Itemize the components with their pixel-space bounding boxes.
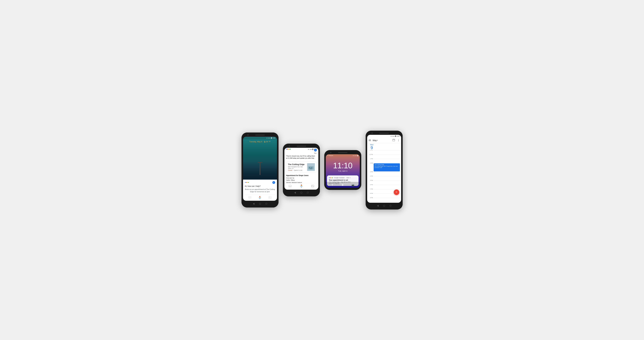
compass-icon: ◎	[273, 182, 274, 183]
lock-date: Tuesday, May 8 🌤 64 °F	[243, 140, 277, 144]
battery-icon4: ▓	[395, 136, 396, 137]
back-button[interactable]	[253, 203, 254, 205]
ga-dot-yellow	[247, 182, 248, 183]
fingerprint-button[interactable]: ◉	[342, 184, 344, 186]
notif-title: Your appointment is set	[329, 179, 357, 181]
time-slot-6pm: 6 PM	[374, 185, 400, 189]
phone3-bottom-bar: 🎙 ◉ 📷	[326, 182, 360, 188]
svg-point-11	[270, 197, 270, 197]
calendar-day-column: Wed 9	[369, 144, 375, 150]
phone4-camera	[372, 132, 373, 134]
wifi-icon: ▲	[266, 137, 268, 139]
hamburger-line3	[369, 141, 371, 141]
camera-button3[interactable]: 📷	[352, 184, 354, 186]
status-opens: Opens 11 AM	[294, 170, 302, 171]
clock-date: TUE, MAY 8	[326, 170, 360, 172]
time-label-1pm: 1 PM	[368, 158, 373, 160]
phone1-status-bar: ▲ ▲▲ ▓ 8:00	[243, 137, 277, 140]
phone3-camera	[330, 152, 331, 153]
notif-app-name: Google Assistant	[334, 177, 344, 178]
phone1-assistant-card: ◎ Hi, how can I help? Book me an appoint…	[243, 180, 277, 201]
phone-2: ▲ ▲▲ ▓ 8:00 ◎ Yes They're closed now, bu…	[283, 144, 320, 196]
phone2-logo-area	[286, 149, 308, 150]
image-icon[interactable]	[269, 196, 272, 199]
time-label-9pm: 9 PM	[368, 197, 373, 198]
calendar-today-icon[interactable]	[392, 139, 395, 142]
calendar-header: May ▾ ⋮	[367, 138, 401, 143]
recents-button4[interactable]	[390, 205, 391, 206]
time-label-4pm: 4 PM	[368, 176, 373, 177]
phone1-wallpaper: Tuesday, May 8 🌤 64 °F	[243, 140, 277, 180]
ga-dot-yellow3	[331, 178, 332, 178]
mic-icon[interactable]	[258, 196, 262, 199]
appointment-title: Appointment for Ginger Jones	[286, 175, 316, 176]
hamburger-menu[interactable]	[369, 140, 371, 141]
business-image	[307, 163, 315, 171]
blue-circle-icon: ◎	[314, 149, 317, 152]
keyboard-icon[interactable]	[248, 196, 251, 199]
battery-icon3: ▓	[357, 155, 358, 156]
notif-header: Google Assistant · now ▾	[329, 177, 357, 178]
phone4-status-bar: ▲ ▲▲ ▓ 8:00	[367, 135, 401, 138]
phone2-mic-bar	[284, 183, 318, 190]
compass-icon2: ◎	[315, 149, 316, 151]
phone2-action-icon[interactable]: ◎	[314, 149, 317, 152]
phone4-nav-bar	[367, 204, 401, 207]
ga-dot-green2	[290, 149, 290, 150]
recents-button2[interactable]	[307, 192, 308, 193]
calendar-event[interactable]: The Cutting Edge The Cutting Edge, 5557 …	[374, 163, 400, 172]
phone1-screen: ▲ ▲▲ ▓ 8:00 Tuesday, May 8 🌤 64 °F	[243, 137, 277, 201]
svg-point-23	[312, 185, 312, 186]
phone4-status-icons: ▲ ▲▲ ▓ 8:00	[390, 136, 400, 137]
month-dropdown-icon[interactable]: ▾	[377, 140, 378, 141]
home-button[interactable]	[259, 203, 261, 205]
phone1-assistant-header: ◎	[245, 181, 275, 184]
response-text: They're closed now, but I'll try calling…	[286, 155, 316, 159]
svg-rect-16	[310, 168, 312, 170]
recents-button[interactable]	[266, 203, 267, 204]
hamburger-line1	[369, 140, 371, 140]
time-slot-4pm: 4 PM	[374, 176, 400, 180]
calendar-month: May ▾	[373, 139, 391, 142]
assistant-query-text: Book me an appointment at The Cutting Ed…	[245, 188, 275, 193]
mic-icon2[interactable]	[300, 184, 302, 188]
assistant-action-icon[interactable]: ◎	[272, 181, 275, 184]
clock-display: 11:10 TUE, MAY 8	[326, 157, 360, 174]
phone1-status-icons: ▲ ▲▲ ▓ 8:00	[266, 137, 275, 139]
back-button2[interactable]	[294, 192, 296, 194]
home-button2[interactable]	[300, 192, 302, 194]
wifi-icon4: ▲	[390, 136, 392, 137]
business-status: Closed · Opens 11 AM	[288, 170, 306, 171]
calendar-more-icon[interactable]: ⋮	[398, 139, 400, 142]
time-label-12pm: 12 PM	[368, 154, 373, 155]
notif-ga-logo	[329, 178, 333, 178]
fab-add-button[interactable]: +	[394, 190, 399, 195]
home-button4[interactable]	[383, 205, 385, 207]
ga-dot-green3	[332, 178, 333, 178]
svg-rect-14	[309, 167, 310, 168]
event-title: The Cutting Edge	[374, 164, 399, 166]
keyboard-icon2[interactable]	[289, 185, 292, 188]
time-slot-12pm: 12 PM	[374, 154, 400, 159]
time-label-6pm: 6 PM	[368, 184, 373, 186]
mic-button3[interactable]: 🎙	[331, 184, 334, 186]
ga-dot-red	[246, 182, 247, 183]
battery-icon2: ▓	[312, 148, 313, 150]
google-assistant-logo	[245, 182, 249, 183]
time-display: 8:00	[273, 137, 276, 139]
time-slot-11am: 11 AM	[374, 150, 400, 154]
ga-dot-blue	[245, 182, 246, 183]
image-icon2[interactable]	[311, 185, 314, 188]
time-label-11am: 11 AM	[368, 150, 373, 151]
fi-network-label: Fi Network	[327, 155, 333, 156]
event-details: The Cutting Edge, 5557 Prospect Ave, San…	[374, 166, 399, 168]
phone-1: ▲ ▲▲ ▓ 8:00 Tuesday, May 8 🌤 64 °F	[242, 132, 278, 208]
assistant-greeting: Hi, how can I help?	[245, 185, 275, 187]
business-address: 5557 Prospect Ave, San Jose, CA	[288, 166, 306, 169]
time-slot-9pm: 9 PM	[374, 198, 400, 202]
time-label-5pm: 5 PM	[368, 180, 373, 181]
signal-icon4: ▲▲	[392, 136, 395, 137]
signal-icon2: ▲▲	[310, 148, 312, 150]
back-button4[interactable]	[377, 205, 378, 207]
phone2-camera	[289, 146, 290, 147]
